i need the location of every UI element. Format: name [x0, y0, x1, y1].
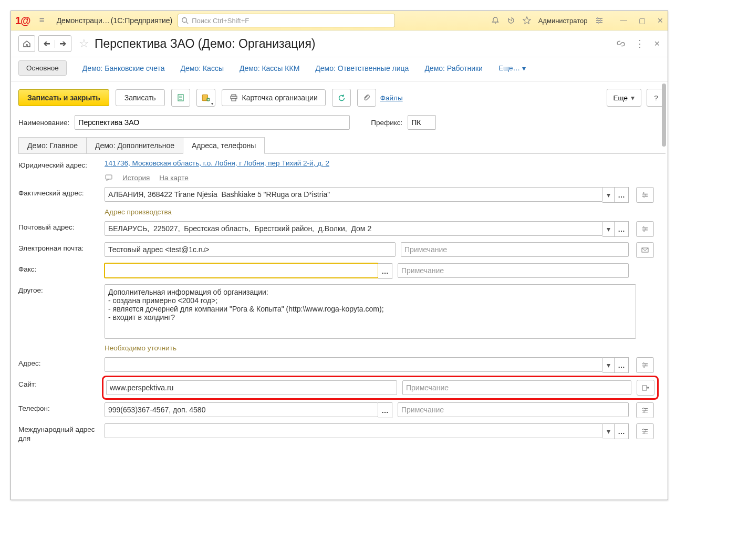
refresh-icon-button[interactable] [332, 89, 351, 107]
actual-address-input[interactable] [105, 187, 602, 202]
tab-cashboxes[interactable]: Демо: Кассы [181, 64, 224, 72]
link-icon[interactable] [616, 39, 626, 48]
history-link[interactable]: История [122, 174, 150, 182]
svg-point-16 [643, 192, 644, 193]
legal-address-link[interactable]: 141736, Московская область, г.о. Лобня, … [105, 159, 629, 167]
onmap-link[interactable]: На карте [159, 174, 188, 182]
phone-menu[interactable] [636, 402, 654, 418]
kebab-icon[interactable]: ⋮ [635, 38, 645, 49]
intl-address-input[interactable] [105, 423, 602, 438]
inner-tab-extra[interactable]: Демо: Дополнительное [87, 137, 183, 154]
printer-icon [230, 94, 238, 102]
svg-point-3 [597, 18, 598, 19]
nav-forward[interactable]: 🡪 [55, 40, 71, 48]
files-link[interactable]: Файлы [380, 94, 403, 102]
favorite-star-icon[interactable]: ☆ [79, 37, 89, 50]
svg-point-21 [643, 230, 645, 231]
actual-address-label: Фактический адрес: [18, 187, 97, 198]
actual-address-menu[interactable] [636, 187, 654, 203]
comment-icon[interactable] [105, 173, 113, 182]
form-toolbar: Записать и закрыть Записать ▾ Карточка о… [18, 89, 666, 107]
maximize-button[interactable]: ▢ [639, 16, 646, 25]
save-button[interactable]: Записать [116, 89, 165, 106]
nav-back[interactable]: 🡨 [39, 40, 55, 48]
phone-label: Телефон: [18, 402, 97, 413]
prefix-label: Префикс: [371, 119, 402, 127]
intl-address-select[interactable]: … [615, 423, 629, 439]
intl-address-label: Международный адрес для [18, 423, 97, 443]
prefix-input[interactable] [408, 115, 436, 130]
current-user[interactable]: Администратор [538, 17, 588, 25]
actual-address-dropdown[interactable]: ▾ [602, 187, 615, 203]
other-textarea[interactable] [105, 284, 636, 339]
app-titlebar: 1@ ≡ Демонстраци… (1С:Предприятие) Админ… [11, 11, 668, 30]
address-input[interactable] [105, 357, 602, 372]
svg-line-1 [186, 22, 189, 24]
site-label: Сайт: [18, 378, 97, 389]
settings-lines-icon[interactable] [595, 16, 604, 25]
fax-select[interactable]: … [378, 263, 392, 279]
svg-point-23 [643, 362, 644, 364]
email-input[interactable] [105, 242, 396, 257]
contact-icon-button[interactable]: ▾ [196, 89, 215, 107]
email-note[interactable] [401, 242, 629, 257]
site-open-button[interactable] [637, 380, 654, 396]
bell-icon[interactable] [491, 16, 500, 25]
attach-icon-button[interactable] [357, 89, 376, 107]
svg-point-17 [645, 194, 646, 195]
site-input[interactable] [106, 380, 397, 395]
intl-address-menu[interactable] [636, 423, 654, 439]
home-button[interactable] [18, 35, 35, 52]
inner-tab-main[interactable]: Демо: Главное [18, 137, 87, 154]
history-icon[interactable] [507, 16, 515, 25]
scroll-thumb[interactable] [662, 84, 666, 147]
address-select[interactable]: … [615, 357, 629, 373]
search-input[interactable] [191, 16, 391, 25]
more-button[interactable]: Еще▾ [607, 89, 641, 107]
star-icon[interactable] [523, 16, 531, 25]
close-page-button[interactable]: ✕ [654, 39, 660, 48]
intl-address-dropdown[interactable]: ▾ [602, 423, 615, 439]
minimize-button[interactable]: — [620, 16, 628, 25]
close-button[interactable]: ✕ [657, 16, 663, 25]
org-card-button[interactable]: Карточка организации [222, 89, 326, 106]
email-label: Электронная почта: [18, 242, 97, 253]
page-title: Перспектива ЗАО (Демо: Организация) [95, 37, 316, 51]
tab-kkm[interactable]: Демо: Кассы ККМ [240, 64, 299, 72]
svg-point-31 [645, 431, 646, 432]
svg-point-28 [645, 410, 646, 411]
global-search[interactable] [178, 14, 395, 27]
phone-input[interactable] [105, 402, 378, 417]
vertical-scrollbar[interactable] [660, 81, 667, 500]
tab-employees[interactable]: Демо: Работники [424, 64, 483, 72]
tab-bank-accounts[interactable]: Демо: Банковские счета [82, 64, 165, 72]
inner-tab-addresses[interactable]: Адреса, телефоны [183, 137, 265, 154]
fax-note[interactable] [398, 263, 629, 278]
post-address-menu[interactable] [636, 221, 654, 237]
site-note[interactable] [402, 380, 631, 395]
post-address-label: Почтовый адрес: [18, 221, 97, 232]
tab-main[interactable]: Основное [18, 60, 67, 76]
save-close-button[interactable]: Записать и закрыть [18, 89, 109, 106]
phone-select[interactable]: … [378, 402, 392, 418]
search-icon [181, 17, 189, 24]
tabs-more[interactable]: Еще…▾ [498, 64, 526, 72]
phone-note[interactable] [398, 402, 629, 417]
post-address-dropdown[interactable]: ▾ [602, 221, 615, 237]
svg-point-25 [643, 366, 645, 367]
svg-point-18 [643, 196, 645, 197]
actual-address-select[interactable]: … [615, 187, 629, 203]
report-icon-button[interactable] [171, 89, 190, 107]
app-name: Демонстраци… [57, 16, 110, 25]
tab-responsible[interactable]: Демо: Ответственные лица [315, 64, 409, 72]
form-content: Записать и закрыть Записать ▾ Карточка о… [11, 81, 668, 500]
hamburger-icon[interactable]: ≡ [37, 15, 47, 26]
email-send-button[interactable] [636, 242, 654, 258]
address-dropdown[interactable]: ▾ [602, 357, 615, 373]
page-toolbar: 🡨 🡪 ☆ Перспектива ЗАО (Демо: Организация… [11, 30, 668, 57]
post-address-input[interactable] [105, 221, 602, 236]
fax-input[interactable] [105, 263, 378, 278]
name-input[interactable] [75, 115, 350, 130]
address-menu[interactable] [636, 357, 654, 373]
post-address-select[interactable]: … [615, 221, 629, 237]
